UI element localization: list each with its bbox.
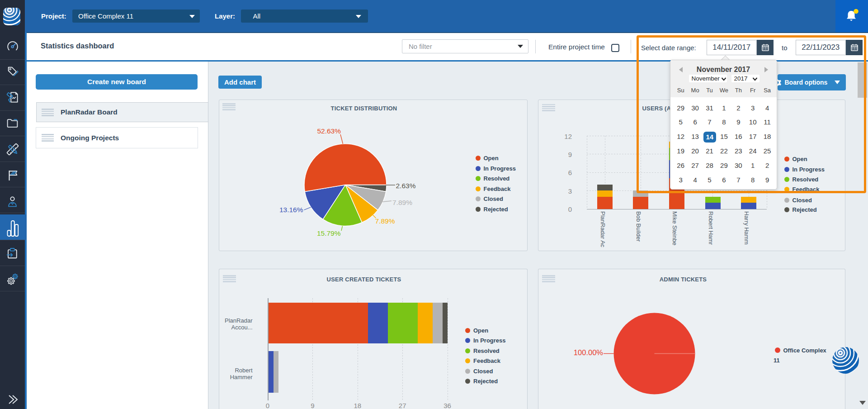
svg-text:100.00%: 100.00% [573, 348, 603, 357]
svg-text:2.63%: 2.63% [396, 182, 415, 190]
svg-text:13.16%: 13.16% [279, 206, 303, 214]
svg-text:15.79%: 15.79% [316, 229, 340, 237]
svg-text:7.89%: 7.89% [392, 199, 412, 206]
svg-text:7.89%: 7.89% [375, 217, 395, 225]
svg-text:52.63%: 52.63% [317, 127, 341, 135]
